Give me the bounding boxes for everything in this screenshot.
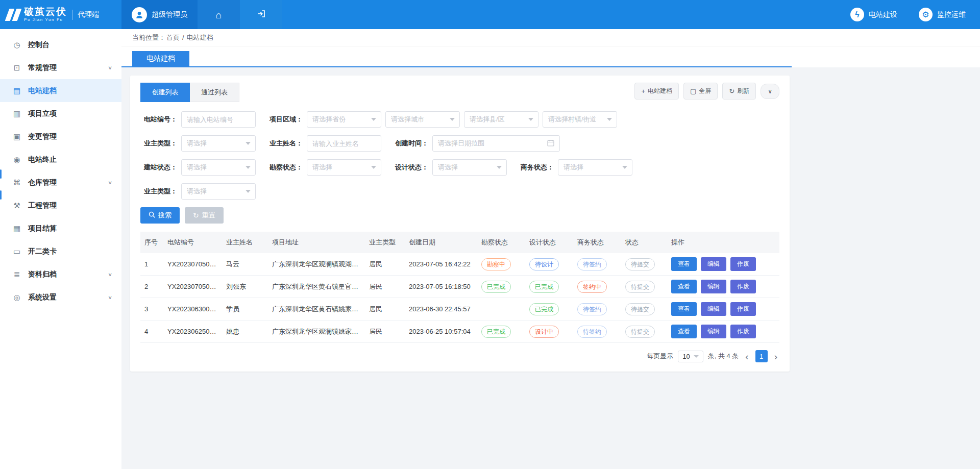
breadcrumb-label: 当前位置： [132,33,165,42]
view-button[interactable]: 查看 [671,325,697,338]
status-badge: 已完成 [481,326,511,338]
filter-label: 项目区域： [266,115,303,124]
province-select[interactable]: 请选择省份 [307,111,381,128]
status-badge: 待签约 [577,258,607,270]
filter-label: 业主姓名： [266,139,303,148]
module-construction[interactable]: ϟ 电站建设 [850,0,897,29]
reset-button[interactable]: ↻ 重置 [185,207,224,224]
prev-page-button[interactable]: ‹ [743,352,750,361]
toolbar-button-label: 电站建档 [648,87,672,95]
status-badge: 签约中 [577,281,607,293]
briefcase-icon: ▥ [12,109,21,118]
status-badge: 已完成 [481,281,511,293]
edit-button[interactable]: 编辑 [701,302,726,316]
void-button[interactable]: 作废 [730,257,756,271]
table-cell: 居民 [365,298,405,320]
status-badge: 待提交 [625,258,655,270]
select-placeholder: 请选择城市 [391,115,450,124]
table-cell: 广东深圳龙华区黄石镇星官大… [268,276,365,298]
table-cell: 已完成 [525,276,573,298]
caret-down-icon [622,166,627,169]
next-page-button[interactable]: › [772,352,779,361]
view-button[interactable]: 查看 [671,257,697,271]
plus-icon: + [641,88,645,94]
user-menu[interactable]: 超级管理员 [121,0,198,29]
caret-down-icon [497,166,502,169]
sidebar-item-project-initiation[interactable]: ▥项目立项 [0,102,121,125]
table-cell: 居民 [365,253,405,276]
helmet-icon: ⚒ [12,201,21,210]
station-code-input[interactable] [181,111,256,128]
table-cell: 马云 [222,253,268,276]
owner-type-select[interactable]: 请选择 [181,135,256,152]
caret-down-icon [371,118,376,121]
caret-down-icon [246,166,251,169]
sidebar-item-system-settings[interactable]: ◎系统设置∨ [0,286,121,309]
owner-type2-select[interactable]: 请选择 [181,183,256,200]
void-button[interactable]: 作废 [730,325,756,338]
table-cell: 1 [140,253,163,276]
table-row: 3YX2023063000009学员广东深圳龙华区黄石镇姚家庄…居民2023-0… [140,298,779,320]
column-header: 序号 [140,232,163,253]
sidebar-item-general-management[interactable]: ⊡常规管理∨ [0,56,121,79]
tab-pass-list[interactable]: 通过列表 [190,83,239,102]
table-row: 2YX2023070500010刘强东广东深圳龙华区黄石镇星官大…居民2023-… [140,276,779,298]
card-icon: ▭ [12,247,21,256]
sidebar-item-engineering-management[interactable]: ⚒工程管理 [0,194,121,217]
per-page-select[interactable]: 10 [678,351,703,362]
sidebar-item-project-settlement[interactable]: ▦项目结算 [0,217,121,240]
sidebar-item-label: 变更管理 [28,132,57,141]
caret-down-icon [607,118,612,121]
view-button[interactable]: 查看 [671,302,697,316]
sidebar-item-console[interactable]: ◷控制台 [0,33,121,56]
current-page[interactable]: 1 [755,350,768,362]
design-status-select[interactable]: 请选择 [432,159,507,176]
sidebar-item-data-archive[interactable]: ≣资料归档∨ [0,263,121,286]
search-icon [149,211,155,219]
void-button[interactable]: 作废 [730,302,756,316]
document-icon: ▤ [12,86,21,95]
dashboard-icon: ◷ [12,40,21,50]
edit-button[interactable]: 编辑 [701,257,726,271]
column-header: 状态 [621,232,667,253]
sidebar-item-station-filing[interactable]: ▤电站建档 [0,79,121,102]
page-tab[interactable]: 电站建档 [132,51,189,66]
fullscreen-button[interactable]: ▢全屏 [683,83,718,100]
tab-create-list[interactable]: 创建列表 [140,83,190,102]
county-select[interactable]: 请选择县/区 [464,111,538,128]
edit-button[interactable]: 编辑 [701,280,726,293]
business-status-select[interactable]: 请选择 [558,159,632,176]
filter-label: 业主类型： [140,139,177,148]
sidebar-item-station-termination[interactable]: ◉电站终止 [0,148,121,171]
status-badge: 待提交 [625,326,655,338]
town-select[interactable]: 请选择村镇/街道 [543,111,617,128]
sidebar-menu: ◷控制台⊡常规管理∨▤电站建档▥项目立项▣变更管理◉电站终止⌘仓库管理∨⚒工程管… [0,33,121,309]
home-button[interactable]: ⌂ [198,0,240,29]
void-button[interactable]: 作废 [730,280,756,293]
table-cell: 待设计 [525,253,573,276]
module-operations[interactable]: ⚙ 监控运维 [919,0,966,29]
status-badge: 设计中 [529,326,559,338]
sidebar-item-warehouse-management[interactable]: ⌘仓库管理∨ [0,171,121,194]
sitemap-icon: ⌘ [12,178,21,187]
create-date-range[interactable]: 请选择日期范围 [432,135,560,152]
breadcrumb-home[interactable]: 首页 [166,33,180,42]
edit-button[interactable]: 编辑 [701,325,726,338]
table-row: 4YX2023062500004姚忠广东深圳龙华区观澜镇姚家庄…居民2023-0… [140,320,779,343]
search-button[interactable]: 搜索 [140,207,180,224]
sidebar-item-change-management[interactable]: ▣变更管理 [0,125,121,148]
sidebar-item-label: 资料归档 [28,270,57,279]
collapse-toolbar-button[interactable]: ∨ [761,84,779,99]
refresh-icon: ↻ [729,88,734,94]
brand-subtitle: Po Jian Yun Fu [24,18,67,22]
view-button[interactable]: 查看 [671,280,697,293]
add-station-button[interactable]: +电站建档 [634,83,679,100]
owner-name-input[interactable] [307,135,381,152]
logout-button[interactable] [240,0,282,29]
status-badge: 已完成 [529,303,559,315]
sidebar-item-type2-card[interactable]: ▭开二类卡 [0,240,121,263]
build-status-select[interactable]: 请选择 [181,159,256,176]
survey-status-select[interactable]: 请选择 [307,159,381,176]
city-select[interactable]: 请选择城市 [385,111,460,128]
refresh-button[interactable]: ↻刷新 [722,83,756,100]
